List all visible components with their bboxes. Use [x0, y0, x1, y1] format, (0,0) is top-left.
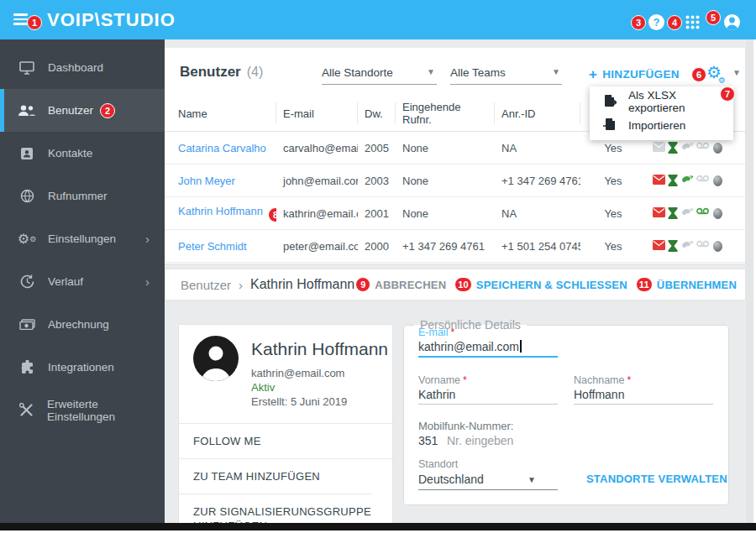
phone-icon[interactable] [681, 207, 694, 219]
user-email-cell: carvalho@email.com [276, 142, 358, 154]
account-icon[interactable] [724, 14, 740, 30]
user-name-cell: John Meyer [165, 175, 276, 187]
status-sphere-icon[interactable] [713, 175, 722, 186]
user-enabled-cell: Yes [580, 142, 646, 154]
user-incoming-cell: None [396, 175, 495, 187]
sidebar-item-verlauf[interactable]: Verlauf › [0, 260, 165, 303]
voicemail-icon[interactable] [696, 175, 709, 186]
col-caller-id[interactable]: Anr.-ID [495, 102, 580, 124]
mail-icon[interactable] [653, 142, 665, 154]
user-email-cell: peter@email.com [276, 240, 358, 253]
monitor-icon [17, 60, 37, 76]
voicemail-icon[interactable] [696, 240, 709, 252]
user-enabled-cell: Yes [580, 175, 646, 187]
apply-button[interactable]: ÜBERNEHMEN [657, 279, 737, 291]
avatar [193, 336, 239, 381]
add-user-button[interactable]: +HINZUFÜGEN [589, 66, 680, 83]
sidebar-item-kontakte[interactable]: Kontakte [0, 132, 165, 175]
profile-card: Kathrin Hoffmann kathrin@email.com Aktiv… [178, 324, 393, 523]
col-ext[interactable]: Dw. [358, 102, 396, 124]
user-name-link[interactable]: Catarina Carvalho [178, 142, 266, 154]
scroll-gutter[interactable] [746, 39, 753, 523]
status-sphere-icon[interactable] [713, 208, 722, 219]
user-name-link[interactable]: Kathrin Hoffmann [178, 205, 263, 217]
sidebar-item-label: Rufnummer [48, 190, 108, 202]
status-sphere-icon[interactable] [713, 143, 722, 154]
lastname-field[interactable]: Hoffmann [574, 388, 624, 401]
user-enabled-cell: Yes [580, 240, 646, 253]
location-filter-select[interactable]: Alle Standorte ▼ [322, 63, 437, 85]
help-icon[interactable]: ? [648, 14, 664, 30]
users-icon [17, 102, 37, 119]
user-extension-cell: 2001 [358, 207, 396, 220]
user-name-link[interactable]: Peter Schmidt [178, 240, 247, 253]
menu-item-import[interactable]: Importieren [590, 113, 733, 137]
hourglass-icon[interactable] [668, 240, 679, 252]
sidebar-item-erweiterte-einstellungen[interactable]: Erweiterte Einstellungen [0, 389, 165, 431]
hourglass-icon[interactable] [668, 142, 679, 154]
status-sphere-icon[interactable] [713, 241, 722, 252]
sidebar-item-dashboard[interactable]: Dashboard [0, 46, 165, 89]
email-label: E-mail* [418, 327, 454, 338]
sidebar-item-abrechnung[interactable]: Abrechnung [0, 303, 165, 346]
mail-icon[interactable] [653, 175, 665, 186]
user-email-cell: john@email.com [276, 175, 358, 187]
table-row: Kathrin Hoffmann8kathrin@email.com2001No… [165, 197, 745, 230]
mail-icon[interactable] [653, 207, 665, 219]
email-field[interactable]: kathrin@email.com [418, 340, 522, 353]
contacts-icon [17, 145, 37, 162]
history-icon [17, 274, 37, 290]
breadcrumb: Benutzer › Kathrin Hoffmann [181, 277, 354, 292]
mail-icon[interactable] [653, 240, 665, 252]
phone-icon[interactable] [681, 175, 694, 186]
hamburger-menu-icon[interactable] [13, 13, 28, 25]
breadcrumb-root[interactable]: Benutzer [181, 278, 231, 292]
profile-links: FOLLOW ME ZU TEAM HINZUFÜGEN ZUR SIGNALI… [179, 423, 392, 533]
user-count: (4) [247, 65, 264, 80]
table-row: Peter Schmidtpeter@email.com2000+1 347 2… [165, 230, 745, 263]
sidebar-item-einstellungen[interactable]: ⚙⚙ Einstellungen › [0, 217, 165, 260]
sidebar-item-rufnummer[interactable]: Rufnummer [0, 175, 165, 217]
annotation-5: 5 [706, 10, 721, 25]
apps-grid-icon[interactable] [685, 14, 701, 30]
hourglass-icon[interactable] [668, 175, 679, 186]
sidebar-item-label: Integrationen [48, 361, 114, 374]
sidebar-item-label: Kontakte [48, 147, 92, 159]
user-name-link[interactable]: John Meyer [178, 175, 235, 187]
follow-me-link[interactable]: FOLLOW ME [179, 423, 392, 458]
firstname-field[interactable]: Kathrin [418, 388, 455, 401]
phone-icon[interactable] [681, 240, 694, 252]
table-row: John Meyerjohn@email.com2003None+1 347 2… [165, 165, 745, 197]
user-name-cell: Kathrin Hoffmann8 [165, 205, 276, 222]
lastname-label: Nachname* [574, 374, 631, 386]
sidebar-item-benutzer[interactable]: Benutzer 2 [0, 89, 165, 132]
sidebar-item-integrationen[interactable]: Integrationen [0, 346, 165, 389]
save-close-button[interactable]: SPEICHERN & SCHLIESSEN [476, 279, 627, 291]
window-bottom-edge [0, 523, 756, 530]
team-filter-select[interactable]: Alle Teams ▼ [450, 63, 562, 85]
sidebar-item-label: Verlauf [48, 275, 83, 288]
hourglass-icon[interactable] [668, 207, 679, 219]
cancel-button[interactable]: ABBRECHEN [375, 279, 446, 291]
breadcrumb-current: Kathrin Hoffmann [250, 277, 354, 292]
manage-locations-link[interactable]: STANDORTE VERWALTEN [586, 473, 727, 485]
add-to-team-link[interactable]: ZU TEAM HINZUFÜGEN [179, 458, 392, 494]
page-title: Benutzer [180, 64, 241, 81]
col-email[interactable]: E-mail [276, 102, 358, 124]
table-body: Catarina Carvalhocarvalho@email.com2005N… [165, 132, 745, 263]
table-settings-button[interactable]: ⚙⚙▼ [706, 62, 741, 85]
col-incoming[interactable]: Eingehende Rufnr. [396, 102, 495, 124]
menu-item-export-xlsx[interactable]: Als XLSX exportieren [590, 90, 733, 113]
mobile-input[interactable]: Nr. eingeben [447, 434, 513, 447]
location-label: Standort [418, 458, 458, 470]
phone-icon[interactable] [681, 142, 694, 154]
profile-email: kathrin@email.com [251, 367, 344, 379]
profile-created: Erstellt: 5 Juni 2019 [251, 395, 347, 408]
col-name[interactable]: Name [165, 102, 276, 124]
import-file-icon [603, 118, 617, 132]
voicemail-icon[interactable] [696, 207, 709, 219]
billing-icon [17, 316, 37, 333]
voicemail-icon[interactable] [696, 142, 709, 154]
location-select[interactable]: Deutschland [418, 473, 484, 486]
menu-item-label: Importieren [628, 119, 685, 132]
